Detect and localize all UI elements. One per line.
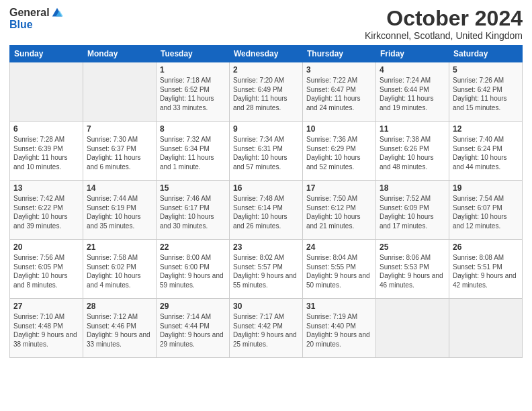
day-detail: Sunrise: 7:30 AM Sunset: 6:37 PM Dayligh… [87,135,152,171]
col-saturday: Saturday [449,46,523,62]
day-detail: Sunrise: 7:58 AM Sunset: 6:02 PM Dayligh… [87,253,152,289]
day-number: 17 [306,183,372,193]
day-number: 4 [380,65,445,75]
col-friday: Friday [376,46,449,62]
day-detail: Sunrise: 7:19 AM Sunset: 4:40 PM Dayligh… [306,312,372,349]
day-cell: 17Sunrise: 7:50 AM Sunset: 6:12 PM Dayli… [303,181,376,240]
page: General Blue October 2024 Kirkconnel, Sc… [0,0,532,411]
logo-blue: Blue [9,19,33,31]
day-cell: 16Sunrise: 7:48 AM Sunset: 6:14 PM Dayli… [230,181,303,240]
day-cell: 7Sunrise: 7:30 AM Sunset: 6:37 PM Daylig… [83,122,157,181]
day-detail: Sunrise: 7:17 AM Sunset: 4:42 PM Dayligh… [233,312,299,349]
day-cell: 22Sunrise: 8:00 AM Sunset: 6:00 PM Dayli… [157,240,230,299]
location: Kirkconnel, Scotland, United Kingdom [365,30,523,41]
day-detail: Sunrise: 7:54 AM Sunset: 6:07 PM Dayligh… [453,194,519,230]
col-tuesday: Tuesday [157,46,230,62]
day-detail: Sunrise: 7:14 AM Sunset: 4:44 PM Dayligh… [160,312,226,349]
day-cell: 1Sunrise: 7:18 AM Sunset: 6:52 PM Daylig… [157,62,230,122]
day-number: 1 [160,65,226,75]
day-number: 13 [13,183,79,193]
day-detail: Sunrise: 8:02 AM Sunset: 5:57 PM Dayligh… [233,253,299,289]
day-cell: 12Sunrise: 7:40 AM Sunset: 6:24 PM Dayli… [449,122,523,181]
day-number: 30 [233,302,299,311]
day-detail: Sunrise: 7:10 AM Sunset: 4:48 PM Dayligh… [13,312,79,349]
col-monday: Monday [83,46,157,62]
day-number: 20 [13,242,79,252]
day-detail: Sunrise: 7:34 AM Sunset: 6:31 PM Dayligh… [233,135,299,171]
day-cell: 4Sunrise: 7:24 AM Sunset: 6:44 PM Daylig… [376,62,449,122]
day-detail: Sunrise: 8:08 AM Sunset: 5:51 PM Dayligh… [453,253,519,289]
day-cell: 2Sunrise: 7:20 AM Sunset: 6:49 PM Daylig… [230,62,303,122]
logo-icon [51,7,63,19]
day-cell: 10Sunrise: 7:36 AM Sunset: 6:29 PM Dayli… [303,122,376,181]
day-detail: Sunrise: 7:26 AM Sunset: 6:42 PM Dayligh… [453,76,519,112]
day-cell: 26Sunrise: 8:08 AM Sunset: 5:51 PM Dayli… [449,240,523,299]
calendar-table: Sunday Monday Tuesday Wednesday Thursday… [9,45,523,358]
day-detail: Sunrise: 7:46 AM Sunset: 6:17 PM Dayligh… [160,194,226,230]
day-number: 25 [380,242,445,252]
day-number: 7 [87,124,152,134]
day-cell [376,299,449,358]
day-number: 9 [233,124,299,134]
day-number: 19 [453,183,519,193]
week-row-1: 1Sunrise: 7:18 AM Sunset: 6:52 PM Daylig… [10,62,523,122]
day-cell: 18Sunrise: 7:52 AM Sunset: 6:09 PM Dayli… [376,181,449,240]
day-cell: 20Sunrise: 7:56 AM Sunset: 6:05 PM Dayli… [10,240,83,299]
week-row-3: 13Sunrise: 7:42 AM Sunset: 6:22 PM Dayli… [10,181,523,240]
day-number: 2 [233,65,299,75]
day-detail: Sunrise: 7:40 AM Sunset: 6:24 PM Dayligh… [453,135,519,171]
day-number: 15 [160,183,226,193]
week-row-2: 6Sunrise: 7:28 AM Sunset: 6:39 PM Daylig… [10,122,523,181]
day-number: 3 [306,65,372,75]
day-detail: Sunrise: 7:32 AM Sunset: 6:34 PM Dayligh… [160,135,226,171]
day-cell: 15Sunrise: 7:46 AM Sunset: 6:17 PM Dayli… [157,181,230,240]
logo: General Blue [9,7,63,31]
day-cell: 31Sunrise: 7:19 AM Sunset: 4:40 PM Dayli… [303,299,376,358]
day-detail: Sunrise: 7:44 AM Sunset: 6:19 PM Dayligh… [87,194,152,230]
day-cell: 28Sunrise: 7:12 AM Sunset: 4:46 PM Dayli… [83,299,157,358]
day-detail: Sunrise: 7:42 AM Sunset: 6:22 PM Dayligh… [13,194,79,230]
day-number: 26 [453,242,519,252]
day-detail: Sunrise: 7:18 AM Sunset: 6:52 PM Dayligh… [160,76,226,112]
day-detail: Sunrise: 7:52 AM Sunset: 6:09 PM Dayligh… [380,194,445,230]
day-detail: Sunrise: 7:20 AM Sunset: 6:49 PM Dayligh… [233,76,299,112]
day-detail: Sunrise: 7:56 AM Sunset: 6:05 PM Dayligh… [13,253,79,289]
day-cell: 23Sunrise: 8:02 AM Sunset: 5:57 PM Dayli… [230,240,303,299]
day-number: 29 [160,302,226,311]
day-number: 27 [13,302,79,311]
day-number: 11 [380,124,445,134]
day-cell: 24Sunrise: 8:04 AM Sunset: 5:55 PM Dayli… [303,240,376,299]
day-cell: 11Sunrise: 7:38 AM Sunset: 6:26 PM Dayli… [376,122,449,181]
day-number: 31 [306,302,372,311]
day-number: 5 [453,65,519,75]
title-section: October 2024 Kirkconnel, Scotland, Unite… [365,7,523,41]
day-cell: 14Sunrise: 7:44 AM Sunset: 6:19 PM Dayli… [83,181,157,240]
col-sunday: Sunday [10,46,83,62]
day-number: 28 [87,302,152,311]
day-number: 24 [306,242,372,252]
day-cell: 25Sunrise: 8:06 AM Sunset: 5:53 PM Dayli… [376,240,449,299]
day-number: 8 [160,124,226,134]
day-detail: Sunrise: 8:00 AM Sunset: 6:00 PM Dayligh… [160,253,226,289]
day-number: 6 [13,124,79,134]
day-cell: 21Sunrise: 7:58 AM Sunset: 6:02 PM Dayli… [83,240,157,299]
day-number: 21 [87,242,152,252]
day-detail: Sunrise: 7:36 AM Sunset: 6:29 PM Dayligh… [306,135,372,171]
day-cell: 29Sunrise: 7:14 AM Sunset: 4:44 PM Dayli… [157,299,230,358]
col-thursday: Thursday [303,46,376,62]
day-detail: Sunrise: 7:38 AM Sunset: 6:26 PM Dayligh… [380,135,445,171]
day-number: 18 [380,183,445,193]
col-wednesday: Wednesday [230,46,303,62]
day-detail: Sunrise: 7:28 AM Sunset: 6:39 PM Dayligh… [13,135,79,171]
day-detail: Sunrise: 7:50 AM Sunset: 6:12 PM Dayligh… [306,194,372,230]
day-detail: Sunrise: 8:06 AM Sunset: 5:53 PM Dayligh… [380,253,445,289]
day-cell: 8Sunrise: 7:32 AM Sunset: 6:34 PM Daylig… [157,122,230,181]
day-number: 14 [87,183,152,193]
day-detail: Sunrise: 7:22 AM Sunset: 6:47 PM Dayligh… [306,76,372,112]
day-cell [10,62,83,122]
day-number: 22 [160,242,226,252]
day-number: 16 [233,183,299,193]
month-title: October 2024 [365,7,523,30]
day-detail: Sunrise: 7:48 AM Sunset: 6:14 PM Dayligh… [233,194,299,230]
day-cell [83,62,157,122]
